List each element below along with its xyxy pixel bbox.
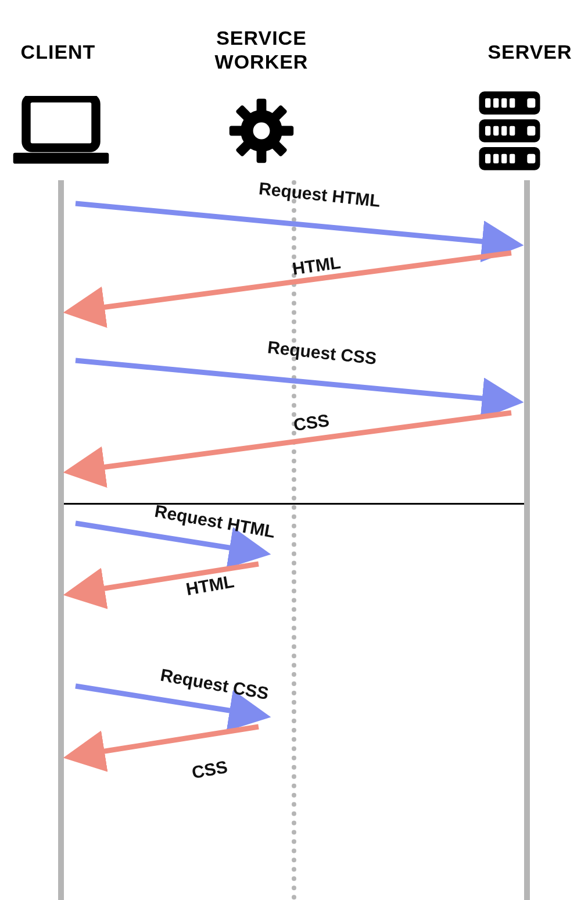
- message-arrows: [58, 180, 530, 900]
- laptop-icon: [9, 96, 113, 168]
- service-worker-header: SERVICE WORKER: [186, 26, 337, 74]
- arrow-a1: [76, 203, 511, 244]
- svg-rect-21: [493, 126, 499, 135]
- svg-rect-1: [13, 153, 109, 164]
- svg-point-11: [253, 123, 270, 140]
- svg-rect-25: [485, 154, 490, 163]
- client-header: CLIENT: [0, 41, 116, 63]
- arrow-a8: [76, 727, 259, 756]
- svg-rect-0: [26, 98, 96, 148]
- svg-rect-9: [230, 126, 243, 136]
- svg-rect-24: [527, 126, 535, 135]
- svg-rect-29: [527, 154, 535, 163]
- svg-rect-20: [485, 126, 490, 135]
- svg-rect-5: [279, 126, 293, 136]
- server-header: SERVER: [472, 41, 588, 63]
- svg-rect-22: [501, 126, 507, 135]
- gear-icon: [227, 96, 296, 168]
- arrow-a3: [76, 360, 511, 401]
- svg-rect-19: [527, 98, 535, 108]
- svg-rect-16: [493, 98, 499, 108]
- svg-rect-17: [501, 98, 507, 108]
- sequence-timeline: Request HTMLHTMLRequest CSSCSSRequest HT…: [58, 180, 530, 900]
- svg-rect-23: [510, 126, 515, 135]
- svg-rect-26: [493, 154, 499, 163]
- svg-rect-27: [501, 154, 507, 163]
- svg-rect-3: [257, 99, 267, 113]
- server-icon: [475, 90, 579, 174]
- svg-rect-28: [510, 154, 515, 163]
- svg-rect-18: [510, 98, 515, 108]
- svg-rect-15: [485, 98, 490, 108]
- svg-rect-7: [257, 149, 267, 163]
